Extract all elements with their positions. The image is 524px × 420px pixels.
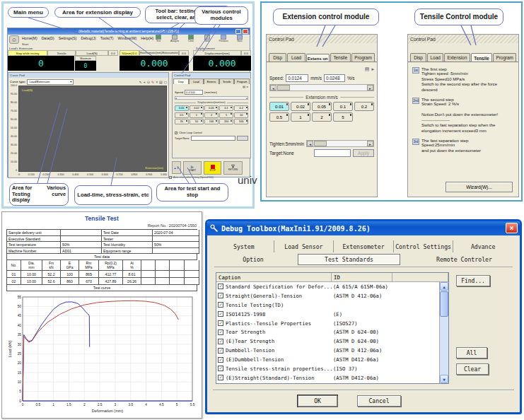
checkbox-checked-icon[interactable] bbox=[218, 284, 223, 289]
tab-test-standards[interactable]: Test Standards bbox=[298, 254, 400, 265]
control-pad-tab[interactable]: Program bbox=[234, 78, 250, 84]
standard-row[interactable]: ISO14125-1998 (E) bbox=[216, 310, 439, 319]
clear-button[interactable]: Clear bbox=[456, 363, 489, 375]
standard-row[interactable]: Tensile Testing(TD) bbox=[216, 301, 439, 310]
menu-item[interactable]: Debug(J) bbox=[81, 36, 95, 40]
toolbar-button[interactable]: Note bbox=[200, 35, 214, 42]
speed-preset-button[interactable]: 1 bbox=[190, 112, 204, 118]
toolbar-button[interactable]: Next bbox=[233, 35, 247, 42]
find-button[interactable]: Find... bbox=[456, 275, 490, 286]
tab-disp[interactable]: Disp bbox=[410, 53, 426, 62]
speed-preset-button[interactable]: 0.1 bbox=[333, 102, 353, 111]
app-titlebar[interactable]: (Metallic material)Tensile testing at am… bbox=[8, 28, 250, 35]
speed-preset-button[interactable]: 0.05 bbox=[312, 102, 332, 111]
caption-column-header[interactable]: Caption bbox=[216, 273, 332, 281]
toolbar-button[interactable]: Previous bbox=[216, 35, 231, 42]
standard-row[interactable]: Tensile stress-strain properties... (ISO… bbox=[216, 364, 439, 373]
checkbox-checked-icon[interactable] bbox=[218, 375, 223, 380]
speed-preset-button[interactable]: 50 bbox=[190, 119, 204, 124]
magnifier-icon[interactable]: ⊙ bbox=[147, 80, 150, 84]
scrollbar-thumb[interactable] bbox=[314, 141, 327, 146]
standard-row[interactable]: (E)Straight(Standard)-Tension (ASTM D412… bbox=[216, 373, 439, 383]
speed-preset-button[interactable]: 500 bbox=[234, 119, 248, 124]
plot-area[interactable]: Load(N) Extension(mm) bbox=[18, 86, 167, 172]
scroll-left-icon[interactable]: ◂ bbox=[175, 97, 177, 99]
standard-row[interactable]: (E)Tear Strength (ASTM D 624-00) bbox=[216, 337, 439, 346]
menu-item[interactable]: Home(M) bbox=[22, 36, 37, 40]
cancel-button[interactable]: Cancel bbox=[357, 395, 401, 407]
zoom-in-icon[interactable]: + bbox=[144, 80, 146, 84]
tab-load-sensor[interactable]: Load Sensor bbox=[274, 240, 334, 252]
target-input[interactable] bbox=[191, 136, 235, 141]
start-button[interactable]: ▶ START bbox=[183, 161, 202, 175]
standard-row[interactable]: Dumbbell-Tension (ASTM D 412-06a) bbox=[216, 346, 439, 355]
close-button[interactable] bbox=[243, 29, 248, 34]
tab-load[interactable]: Load bbox=[287, 53, 305, 62]
checkbox-checked-icon[interactable] bbox=[218, 311, 223, 317]
play-icon[interactable]: ▸ bbox=[371, 66, 374, 72]
scrollbar-thumb[interactable] bbox=[277, 85, 290, 91]
speed-input[interactable]: 0.0124 bbox=[286, 74, 308, 82]
toolbar-button[interactable]: Test bbox=[151, 35, 165, 42]
speed-preset-button[interactable]: 100 bbox=[204, 119, 219, 124]
tab-disp[interactable]: Disp bbox=[269, 53, 286, 62]
close-icon[interactable]: × bbox=[506, 223, 518, 233]
speed-preset-button[interactable]: 2 bbox=[204, 112, 219, 118]
speed-preset-button[interactable]: 0.5 bbox=[175, 112, 189, 118]
speed-value[interactable]: 0.0100 bbox=[185, 90, 203, 95]
scroll-up-icon[interactable]: ▲ bbox=[440, 282, 448, 291]
tab-program[interactable]: Program bbox=[493, 53, 516, 62]
export-icon[interactable]: ◻ bbox=[164, 80, 167, 84]
standard-row[interactable]: (E)Dumbbell-Tension (ASTM D412-06a) bbox=[216, 355, 439, 364]
tab-tensile[interactable]: Tensile bbox=[330, 53, 351, 62]
clear-curve-icon[interactable]: × bbox=[156, 80, 158, 84]
tab-advance[interactable]: Advance bbox=[453, 240, 513, 252]
scroll-down-icon[interactable]: ▼ bbox=[440, 375, 448, 383]
toolbar-button[interactable]: Clear bbox=[184, 35, 198, 42]
id-column-header[interactable]: ID bbox=[332, 273, 392, 281]
control-pad-tab[interactable]: Disp bbox=[173, 78, 189, 84]
speed-preset-button[interactable]: 0.02 bbox=[190, 105, 204, 111]
tab-remote-controler[interactable]: Remote Controler bbox=[406, 254, 523, 265]
apply-button[interactable] bbox=[237, 136, 248, 141]
standard-row[interactable]: Tear Strength (ASTM D 624-00) bbox=[216, 327, 439, 337]
menu-item[interactable]: Tools(T) bbox=[100, 36, 114, 40]
apply-button[interactable]: Apply bbox=[353, 149, 374, 157]
speed-preset-button[interactable]: 20 bbox=[175, 119, 189, 124]
speed-preset-button[interactable]: 10 bbox=[234, 112, 248, 118]
auto-return-checkbox[interactable] bbox=[169, 176, 172, 179]
scroll-left-icon[interactable]: ◂ bbox=[307, 141, 313, 146]
scroll-right-icon[interactable]: ▸ bbox=[367, 141, 373, 146]
standard-row[interactable]: Standard Specification for Defor... (A 6… bbox=[216, 282, 439, 291]
tab-option[interactable]: Option bbox=[214, 254, 292, 265]
scrollbar-thumb[interactable] bbox=[440, 291, 448, 317]
ok-button[interactable]: OK bbox=[298, 395, 337, 407]
standard-row[interactable]: Straight(General)-Tension (ASTM D 412-06… bbox=[216, 291, 439, 301]
tighten-scrollbar[interactable]: ◂ ▸ bbox=[306, 140, 374, 147]
speed-scrollbar[interactable]: ◂ ▸ bbox=[175, 96, 248, 100]
checkbox-checked-icon[interactable] bbox=[218, 366, 223, 371]
return-button[interactable]: ▼ RETURN bbox=[223, 161, 243, 175]
speed-scrollbar[interactable]: ◂ ▸ bbox=[269, 84, 374, 91]
speed-preset-button[interactable]: 0.1 bbox=[219, 105, 233, 111]
wizard-button[interactable]: Wizard(W)... bbox=[446, 182, 513, 192]
tab-system[interactable]: System bbox=[214, 240, 274, 252]
control-pad-tab[interactable]: Load bbox=[189, 78, 204, 84]
tab-extension[interactable]: Extension bbox=[444, 53, 470, 62]
standard-row[interactable]: Plastics--Tensile Properties (ISO527) bbox=[216, 319, 439, 328]
play-mini-icon[interactable]: ▸ bbox=[247, 85, 248, 88]
list-scrollbar[interactable]: ▲ ▼ bbox=[439, 282, 448, 383]
speed-preset-button[interactable]: 1 bbox=[291, 112, 310, 122]
scroll-right-icon[interactable]: ▸ bbox=[246, 97, 248, 99]
checkbox-checked-icon[interactable] bbox=[218, 302, 223, 308]
speed-preset-button[interactable]: 0.05 bbox=[175, 105, 189, 111]
checkbox-checked-icon[interactable] bbox=[218, 357, 223, 363]
start-menu-item[interactable]: Start bbox=[22, 42, 28, 46]
speed-preset-button[interactable]: 0.2 bbox=[234, 105, 248, 111]
checkbox-checked-icon[interactable] bbox=[218, 348, 223, 354]
speed-preset-button[interactable]: 0.01 bbox=[269, 102, 289, 111]
pen-icon[interactable]: ✎ bbox=[151, 80, 154, 84]
curve-type-select[interactable]: Load/Extension ▾ bbox=[27, 79, 74, 85]
tab-extensometer[interactable]: Extensometer bbox=[334, 240, 394, 252]
speed-preset-button[interactable]: 5 bbox=[333, 112, 353, 122]
